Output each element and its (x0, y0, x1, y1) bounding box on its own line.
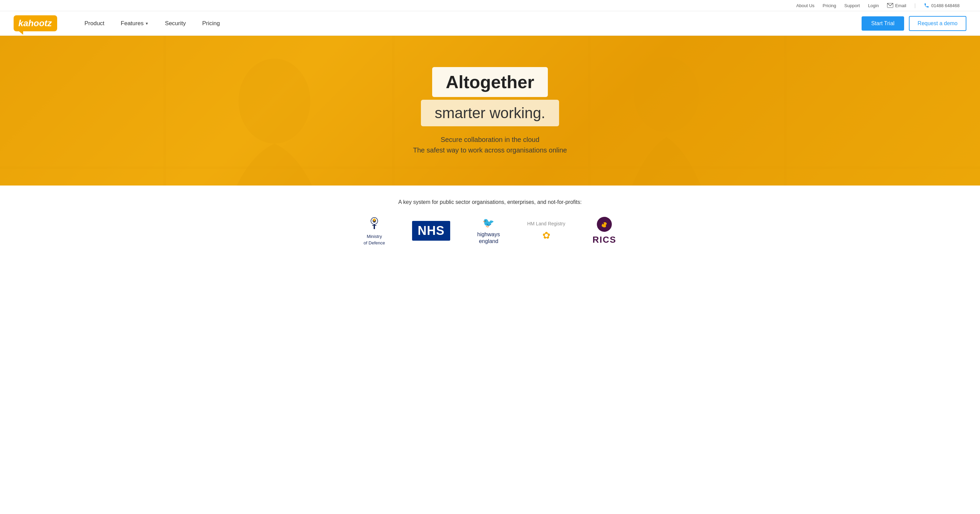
svg-rect-12 (372, 225, 376, 226)
hmlr-line1: HM Land (527, 221, 546, 226)
email-contact: Email (887, 3, 907, 8)
hmlr-text: HM Land Registry (527, 221, 565, 227)
svg-point-14 (603, 223, 604, 224)
hero-title-box1: Altogether (432, 67, 548, 97)
kahootz-logo[interactable]: kahootz (14, 15, 57, 31)
nhs-label: NHS (412, 221, 450, 241)
phone-number: 01488 648468 (931, 3, 959, 8)
mod-line2: of Defence (364, 240, 385, 245)
features-label: Features (121, 20, 143, 27)
features-dropdown-arrow: ▼ (145, 21, 149, 25)
login-link[interactable]: Login (868, 3, 879, 8)
support-link[interactable]: Support (844, 3, 860, 8)
email-link[interactable]: Email (895, 3, 907, 8)
phone-contact: 01488 648468 (924, 3, 959, 8)
nav-buttons: Start Trial Request a demo (862, 16, 966, 31)
pricing-top-link[interactable]: Pricing (823, 3, 837, 8)
rics-lion-icon (597, 217, 612, 232)
hero-subtitle2: The safest way to work across organisati… (413, 146, 567, 154)
rics-label: RICS (592, 234, 616, 245)
hero-title1: Altogether (446, 72, 534, 92)
hero-title2: smarter working. (434, 105, 545, 121)
rics-icon-svg (599, 219, 610, 230)
features-nav-link[interactable]: Features ▼ (121, 20, 149, 27)
nhs-logo: NHS (412, 221, 450, 241)
top-utility-bar: About Us Pricing Support Login Email | 0… (0, 0, 980, 11)
highways-bird-icon: 🐦 (482, 217, 495, 228)
hmlr-logo: HM Land Registry ✿ (527, 221, 565, 241)
clients-section: A key system for public sector organisat… (0, 186, 980, 259)
hero-section: Altogether smarter working. Secure colla… (0, 36, 980, 186)
email-icon (887, 3, 893, 8)
mod-logo: Ministry of Defence (364, 216, 385, 245)
start-trial-button[interactable]: Start Trial (862, 16, 904, 31)
logo-container: kahootz (14, 15, 57, 31)
divider: | (914, 3, 916, 8)
request-demo-button[interactable]: Request a demo (909, 16, 966, 31)
highways-line1: highways (477, 231, 500, 238)
highways-line2: england (477, 238, 500, 244)
product-nav-link[interactable]: Product (84, 20, 105, 27)
phone-icon (924, 3, 929, 8)
mod-crest-icon (368, 216, 380, 231)
hero-title-box2: smarter working. (421, 100, 559, 126)
highways-logo: 🐦 highways england (477, 217, 500, 244)
clients-logos: Ministry of Defence NHS 🐦 highways engla… (21, 216, 959, 245)
hero-subtitle1: Secure collaboration in the cloud (413, 136, 567, 144)
hmlr-line2: Registry (548, 221, 565, 226)
mod-line1: Ministry (367, 234, 382, 239)
hero-content: Altogether smarter working. Secure colla… (413, 67, 567, 154)
pricing-nav-link[interactable]: Pricing (202, 20, 220, 27)
highways-text: highways england (477, 231, 500, 244)
about-us-link[interactable]: About Us (796, 3, 814, 8)
rics-logo: RICS (592, 217, 616, 245)
main-navigation: kahootz Product Features ▼ Security Pric… (0, 11, 980, 36)
clients-tagline: A key system for public sector organisat… (21, 199, 959, 205)
hmlr-flower-icon: ✿ (542, 230, 550, 241)
nav-links: Product Features ▼ Security Pricing (84, 20, 862, 27)
security-nav-link[interactable]: Security (165, 20, 186, 27)
